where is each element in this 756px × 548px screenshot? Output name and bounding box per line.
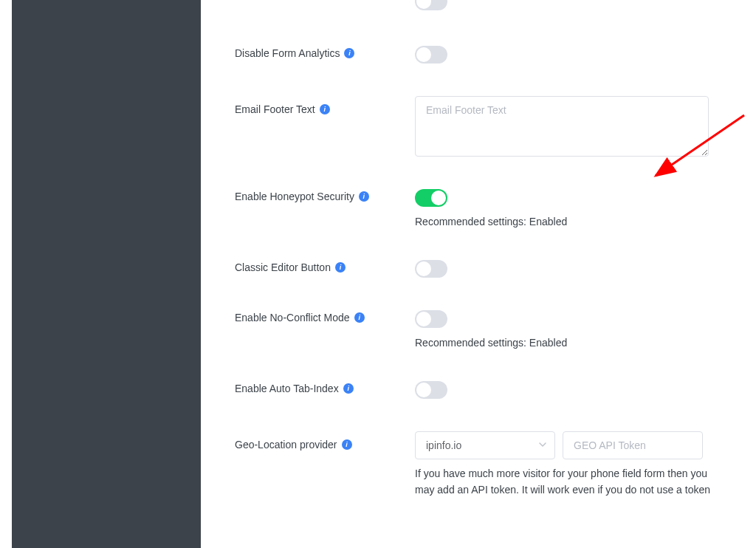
info-icon[interactable]: i — [344, 48, 354, 58]
row-enable-no-conflict: Enable No-Conflict Mode i Recommended se… — [235, 310, 741, 349]
label-enable-no-conflict: Enable No-Conflict Mode i — [235, 310, 415, 323]
label-enable-honeypot: Enable Honeypot Security i — [235, 189, 415, 202]
label-text: Email Footer Text — [235, 103, 315, 115]
info-icon[interactable]: i — [335, 262, 346, 273]
toggle-enable-no-conflict[interactable] — [415, 310, 447, 328]
toggle-classic-editor-button[interactable] — [415, 260, 447, 278]
info-icon[interactable]: i — [342, 439, 352, 450]
toggle-disable-form-analytics[interactable] — [415, 46, 447, 64]
info-icon[interactable]: i — [359, 191, 369, 202]
row-disable-form-analytics: Disable Form Analytics i — [235, 46, 741, 64]
toggle-partial-top[interactable] — [415, 0, 447, 10]
row-email-footer-text: Email Footer Text i — [235, 96, 741, 157]
info-icon[interactable]: i — [354, 312, 365, 323]
label-text: Classic Editor Button — [235, 261, 331, 273]
row-classic-editor-button: Classic Editor Button i — [235, 260, 741, 278]
helper-honeypot: Recommended settings: Enabled — [415, 216, 741, 227]
label-disable-form-analytics: Disable Form Analytics i — [235, 46, 415, 59]
select-value: ipinfo.io — [426, 439, 461, 451]
label-classic-editor-button: Classic Editor Button i — [235, 260, 415, 273]
label-text: Disable Form Analytics — [235, 47, 340, 59]
geo-api-token-input[interactable] — [563, 431, 703, 459]
left-gutter — [0, 0, 12, 548]
chevron-down-icon — [538, 439, 547, 451]
info-icon[interactable]: i — [320, 104, 330, 114]
label-geo-location: Geo-Location provider i — [235, 431, 415, 451]
label-text: Enable No-Conflict Mode — [235, 312, 350, 323]
row-enable-honeypot: Enable Honeypot Security i Recommended s… — [235, 189, 741, 227]
label-text: Enable Honeypot Security — [235, 191, 354, 202]
settings-panel: Disable Form Analytics i Email Footer Te… — [201, 0, 756, 548]
toggle-enable-auto-tab-index[interactable] — [415, 381, 447, 399]
row-enable-auto-tab-index: Enable Auto Tab-Index i — [235, 381, 741, 399]
geo-description: If you have much more visitor for your p… — [415, 465, 725, 499]
label-enable-auto-tab-index: Enable Auto Tab-Index i — [235, 381, 415, 394]
email-footer-textarea[interactable] — [415, 96, 709, 157]
geo-provider-select[interactable]: ipinfo.io — [415, 431, 555, 459]
row-geo-location: Geo-Location provider i ipinfo.io If you… — [235, 431, 741, 499]
helper-no-conflict: Recommended settings: Enabled — [415, 337, 741, 349]
toggle-enable-honeypot[interactable] — [415, 189, 447, 207]
label-text: Enable Auto Tab-Index — [235, 383, 339, 394]
label-text: Geo-Location provider — [235, 439, 337, 451]
label-email-footer-text: Email Footer Text i — [235, 96, 415, 115]
info-icon[interactable]: i — [343, 383, 354, 394]
sidebar — [12, 0, 201, 548]
row-partial-top — [235, 0, 741, 10]
